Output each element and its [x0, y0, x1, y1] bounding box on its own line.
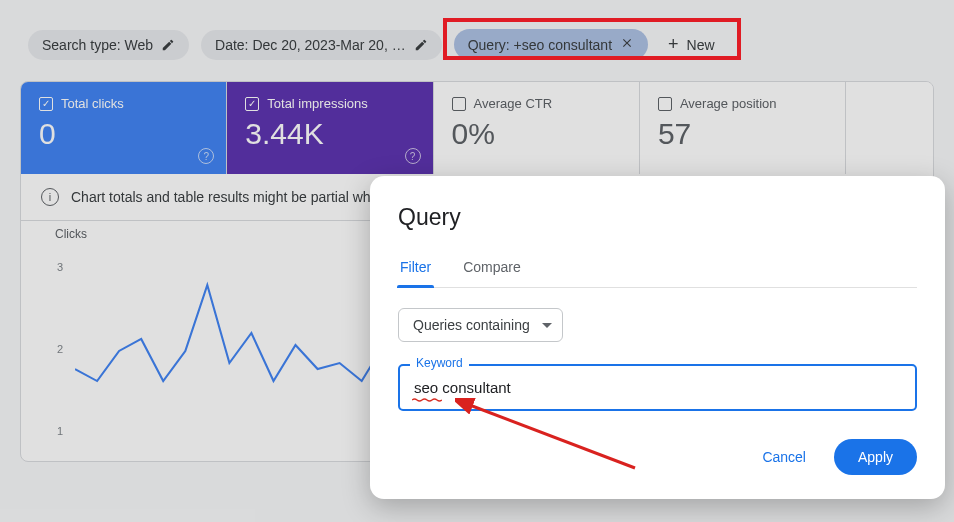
- metric-value: 0%: [452, 117, 621, 151]
- y-tick: 1: [57, 425, 63, 437]
- field-label: Keyword: [410, 356, 469, 370]
- new-filter-button[interactable]: + New: [660, 28, 723, 61]
- y-tick: 3: [57, 261, 63, 273]
- impressions-card[interactable]: Total impressions 3.44K ?: [227, 82, 433, 174]
- pencil-icon: [161, 38, 175, 52]
- chip-label: Search type: Web: [42, 37, 153, 53]
- metric-label: Average CTR: [474, 96, 553, 111]
- close-icon[interactable]: [620, 36, 634, 53]
- modal-tabs: Filter Compare: [398, 253, 917, 288]
- pencil-icon: [414, 38, 428, 52]
- keyword-field-wrapper: Keyword: [398, 364, 917, 411]
- query-chip[interactable]: Query: +seo consultant: [454, 29, 648, 60]
- modal-title: Query: [398, 204, 917, 231]
- notice-text: Chart totals and table results might be …: [71, 189, 378, 205]
- cancel-button[interactable]: Cancel: [748, 441, 820, 473]
- date-chip[interactable]: Date: Dec 20, 2023-Mar 20, …: [201, 30, 442, 60]
- y-tick: 2: [57, 343, 63, 355]
- metric-value: 3.44K: [245, 117, 414, 151]
- new-label: New: [687, 37, 715, 53]
- checkbox-icon: [39, 97, 53, 111]
- keyword-input[interactable]: [398, 364, 917, 411]
- select-label: Queries containing: [413, 317, 530, 333]
- chip-label: Query: +seo consultant: [468, 37, 612, 53]
- search-type-chip[interactable]: Search type: Web: [28, 30, 189, 60]
- checkbox-icon: [245, 97, 259, 111]
- metric-label: Average position: [680, 96, 777, 111]
- checkbox-icon: [658, 97, 672, 111]
- tab-filter[interactable]: Filter: [398, 253, 433, 287]
- spellcheck-underline-icon: [412, 398, 442, 402]
- chip-label: Date: Dec 20, 2023-Mar 20, …: [215, 37, 406, 53]
- apply-button[interactable]: Apply: [834, 439, 917, 475]
- checkbox-icon: [452, 97, 466, 111]
- filter-bar: Search type: Web Date: Dec 20, 2023-Mar …: [0, 0, 954, 81]
- info-icon[interactable]: ?: [198, 148, 214, 164]
- ctr-card[interactable]: Average CTR 0%: [434, 82, 640, 174]
- query-filter-modal: Query Filter Compare Queries containing …: [370, 176, 945, 499]
- modal-actions: Cancel Apply: [398, 439, 917, 475]
- metric-cards: Total clicks 0 ? Total impressions 3.44K…: [21, 82, 933, 174]
- metric-value: 57: [658, 117, 827, 151]
- metric-label: Total clicks: [61, 96, 124, 111]
- plus-icon: +: [668, 34, 679, 55]
- info-icon: i: [41, 188, 59, 206]
- card-spacer: [846, 82, 933, 174]
- info-icon[interactable]: ?: [405, 148, 421, 164]
- metric-value: 0: [39, 117, 208, 151]
- chevron-down-icon: [542, 323, 552, 328]
- clicks-card[interactable]: Total clicks 0 ?: [21, 82, 227, 174]
- match-type-select[interactable]: Queries containing: [398, 308, 563, 342]
- tab-compare[interactable]: Compare: [461, 253, 523, 287]
- y-axis-label: Clicks: [55, 227, 87, 241]
- metric-label: Total impressions: [267, 96, 367, 111]
- position-card[interactable]: Average position 57: [640, 82, 846, 174]
